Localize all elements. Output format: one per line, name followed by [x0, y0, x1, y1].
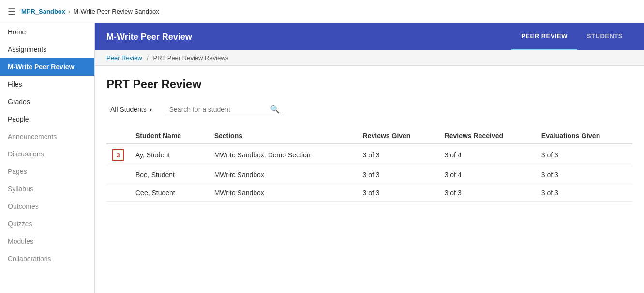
- col-evaluations-given: Evaluations Given: [536, 128, 632, 144]
- col-reviews-given: Reviews Given: [357, 128, 439, 144]
- table-row: Cee, StudentMWrite Sandbox3 of 33 of 33 …: [106, 184, 632, 202]
- filter-row: All Students ▾ 🔍: [106, 103, 632, 116]
- breadcrumb-current: M-Write Peer Review Sandbox: [73, 8, 159, 15]
- sidebar-item-quizzes[interactable]: Quizzes: [0, 215, 94, 232]
- sidebar-item-files[interactable]: Files: [0, 76, 94, 93]
- table-row: Bee, StudentMWrite Sandbox3 of 33 of 43 …: [106, 166, 632, 184]
- tab-peer-review[interactable]: PEER REVIEW: [511, 23, 577, 50]
- col-reviews-received: Reviews Received: [439, 128, 536, 144]
- badge-cell: 3: [106, 144, 130, 166]
- badge-number: 3: [112, 149, 124, 161]
- sidebar-item-home[interactable]: Home: [0, 23, 94, 41]
- sidebar-item-mwrite[interactable]: M-Write Peer Review: [0, 58, 94, 76]
- course-link[interactable]: MPR_Sandbox: [21, 8, 65, 15]
- col-student-name: Student Name: [130, 128, 209, 144]
- dropdown-label: All Students: [110, 106, 147, 113]
- search-input[interactable]: [169, 106, 266, 113]
- evaluations-given-cell: 3 of 3: [536, 144, 632, 166]
- table-row: 3Ay, StudentMWrite Sandbox, Demo Section…: [106, 144, 632, 166]
- search-box: 🔍: [165, 103, 284, 116]
- content-area: PRT Peer Review All Students ▾ 🔍 Student: [95, 66, 644, 293]
- sidebar-item-syllabus[interactable]: Syllabus: [0, 180, 94, 198]
- sidebar-item-people[interactable]: People: [0, 110, 94, 128]
- sidebar-item-pages[interactable]: Pages: [0, 163, 94, 180]
- reviews-given-cell: 3 of 3: [357, 184, 439, 202]
- all-students-dropdown[interactable]: All Students ▾: [106, 103, 156, 116]
- reviews-received-cell: 3 of 4: [439, 144, 536, 166]
- sidebar-item-modules[interactable]: Modules: [0, 232, 94, 250]
- student-table: Student Name Sections Reviews Given Revi…: [106, 128, 632, 202]
- search-icon[interactable]: 🔍: [270, 105, 280, 114]
- plugin-title: M-Write Peer Review: [106, 32, 192, 42]
- sub-breadcrumb-current: PRT Peer Review Reviews: [153, 54, 229, 62]
- reviews-received-cell: 3 of 4: [439, 166, 536, 184]
- sidebar: HomeAssignmentsM-Write Peer ReviewFilesG…: [0, 23, 95, 293]
- sections-cell: MWrite Sandbox, Demo Section: [209, 144, 357, 166]
- sidebar-item-grades[interactable]: Grades: [0, 93, 94, 110]
- main-content: M-Write Peer Review PEER REVIEW STUDENTS…: [95, 23, 644, 293]
- sidebar-item-collaborations[interactable]: Collaborations: [0, 250, 94, 267]
- badge-cell: [106, 166, 130, 184]
- evaluations-given-cell: 3 of 3: [536, 184, 632, 202]
- sidebar-item-outcomes[interactable]: Outcomes: [0, 198, 94, 215]
- table-header-row: Student Name Sections Reviews Given Revi…: [106, 128, 632, 144]
- student-name-cell: Ay, Student: [130, 144, 209, 166]
- sidebar-item-assignments[interactable]: Assignments: [0, 41, 94, 58]
- body-layout: HomeAssignmentsM-Write Peer ReviewFilesG…: [0, 23, 644, 293]
- reviews-given-cell: 3 of 3: [357, 144, 439, 166]
- sub-breadcrumb-sep: /: [147, 54, 150, 62]
- sub-breadcrumb-parent[interactable]: Peer Review: [106, 54, 142, 62]
- student-name-cell: Bee, Student: [130, 166, 209, 184]
- sidebar-item-announcements[interactable]: Announcements: [0, 128, 94, 145]
- breadcrumb-separator: ›: [68, 8, 70, 15]
- hamburger-icon[interactable]: ☰: [8, 6, 15, 17]
- reviews-given-cell: 3 of 3: [357, 166, 439, 184]
- plugin-header: M-Write Peer Review PEER REVIEW STUDENTS: [95, 23, 644, 50]
- sections-cell: MWrite Sandbox: [209, 166, 357, 184]
- evaluations-given-cell: 3 of 3: [536, 166, 632, 184]
- chevron-down-icon: ▾: [150, 107, 152, 112]
- tab-students[interactable]: STUDENTS: [577, 23, 632, 50]
- col-badge: [106, 128, 130, 144]
- top-bar: ☰ MPR_Sandbox › M-Write Peer Review Sand…: [0, 0, 644, 23]
- sidebar-item-discussions[interactable]: Discussions: [0, 145, 94, 163]
- col-sections: Sections: [209, 128, 357, 144]
- sub-breadcrumb: Peer Review / PRT Peer Review Reviews: [95, 50, 644, 66]
- badge-cell: [106, 184, 130, 202]
- reviews-received-cell: 3 of 3: [439, 184, 536, 202]
- student-name-cell: Cee, Student: [130, 184, 209, 202]
- tab-nav: PEER REVIEW STUDENTS: [511, 23, 632, 50]
- sections-cell: MWrite Sandbox: [209, 184, 357, 202]
- top-breadcrumb: MPR_Sandbox › M-Write Peer Review Sandbo…: [21, 8, 159, 15]
- page-heading: PRT Peer Review: [106, 77, 632, 91]
